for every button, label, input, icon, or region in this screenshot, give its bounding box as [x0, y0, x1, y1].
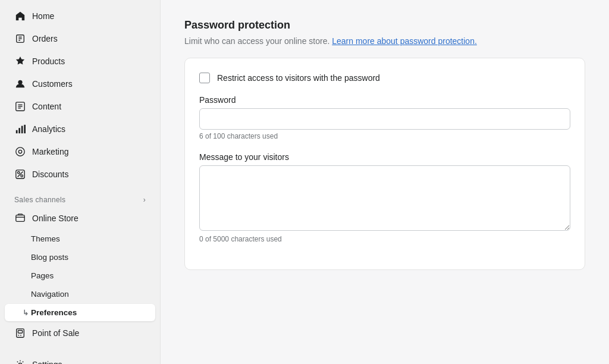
password-char-count: 6 of 100 characters used — [199, 132, 570, 140]
sidebar-item-content[interactable]: Content — [5, 96, 155, 117]
sidebar-item-point-of-sale[interactable]: Point of Sale — [5, 322, 155, 344]
sidebar-item-customers[interactable]: Customers — [5, 73, 155, 95]
svg-rect-18 — [16, 215, 24, 222]
page-subtitle: Limit who can access your online store. … — [184, 36, 585, 46]
sidebar: Home Orders Products Customers Content A… — [0, 0, 161, 364]
restrict-access-row: Restrict access to visitors with the pas… — [199, 73, 570, 83]
customers-icon — [14, 78, 26, 90]
restrict-access-label: Restrict access to visitors with the pas… — [217, 73, 380, 83]
marketing-icon — [14, 146, 26, 158]
svg-rect-9 — [16, 130, 18, 133]
sidebar-item-blog-posts[interactable]: Blog posts — [5, 249, 155, 266]
sidebar-item-home[interactable]: Home — [5, 5, 155, 27]
password-protection-card: Restrict access to visitors with the pas… — [184, 58, 585, 270]
online-store-subnav: Themes Blog posts Pages Navigation Prefe… — [0, 230, 160, 322]
content-icon — [14, 101, 26, 112]
message-label: Message to your visitors — [199, 152, 570, 162]
settings-icon — [14, 359, 26, 364]
discounts-icon — [14, 168, 26, 180]
svg-point-14 — [18, 172, 20, 174]
orders-icon — [14, 33, 26, 45]
password-label: Password — [199, 95, 570, 105]
sidebar-item-products[interactable]: Products — [5, 51, 155, 72]
password-field-group: Password 6 of 100 characters used — [199, 95, 570, 140]
svg-rect-12 — [24, 125, 26, 133]
sidebar-item-online-store[interactable]: Online Store — [5, 208, 155, 229]
svg-rect-21 — [18, 331, 22, 334]
svg-point-15 — [21, 175, 23, 177]
message-textarea[interactable] — [199, 165, 570, 231]
products-icon — [14, 55, 26, 67]
sidebar-item-settings[interactable]: Settings — [5, 354, 155, 364]
svg-rect-10 — [18, 128, 20, 133]
analytics-icon — [14, 123, 26, 135]
message-char-count: 0 of 5000 characters used — [199, 235, 570, 243]
page-title: Password protection — [184, 19, 585, 32]
main-content: Password protection Limit who can access… — [161, 0, 609, 364]
message-field-group: Message to your visitors 0 of 5000 chara… — [199, 152, 570, 243]
sidebar-item-orders[interactable]: Orders — [5, 28, 155, 49]
svg-point-13 — [16, 148, 24, 156]
password-input[interactable] — [199, 108, 570, 130]
sidebar-item-pages[interactable]: Pages — [5, 267, 155, 284]
sidebar-item-themes[interactable]: Themes — [5, 230, 155, 247]
online-store-icon — [14, 212, 26, 224]
svg-line-16 — [18, 172, 23, 177]
sidebar-item-marketing[interactable]: Marketing — [5, 141, 155, 162]
home-icon — [14, 10, 26, 22]
sidebar-item-analytics[interactable]: Analytics — [5, 118, 155, 140]
point-of-sale-icon — [14, 327, 26, 339]
learn-more-link[interactable]: Learn more about password protection. — [332, 36, 477, 46]
sidebar-item-navigation[interactable]: Navigation — [5, 285, 155, 303]
sales-channels-header: Sales channels › — [5, 186, 155, 206]
svg-rect-11 — [21, 126, 23, 134]
svg-point-4 — [18, 80, 22, 84]
sidebar-item-preferences[interactable]: Preferences — [5, 304, 155, 321]
sidebar-item-discounts[interactable]: Discounts — [5, 164, 155, 185]
restrict-access-checkbox[interactable] — [199, 73, 210, 83]
expand-icon[interactable]: › — [143, 196, 146, 204]
